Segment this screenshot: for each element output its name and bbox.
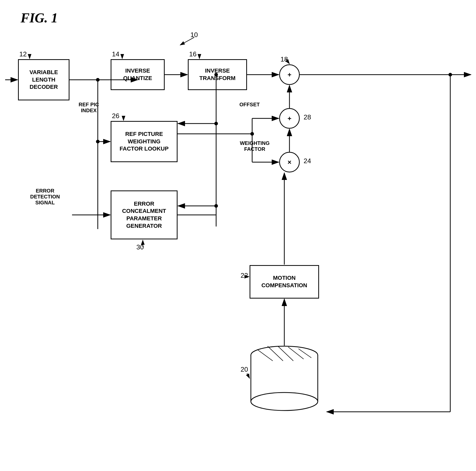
ref-pic-weighting-label: REF PICTURE WEIGHTING FACTOR LOOKUP xyxy=(120,130,169,153)
inv-transform-block: INVERSE TRANSFORM xyxy=(188,59,247,90)
svg-line-39 xyxy=(257,350,273,361)
svg-point-34 xyxy=(251,346,318,364)
ref-22: 22 xyxy=(241,272,248,280)
svg-point-10 xyxy=(448,73,452,76)
adder-main-label: + xyxy=(287,71,291,79)
multiplier: × xyxy=(279,152,300,172)
ref-28: 28 xyxy=(304,113,311,121)
svg-point-21 xyxy=(214,122,218,125)
figure-title: FIG. 1 xyxy=(21,10,58,25)
diagram-container: FIG. 1 10 VARIABLE LENGTH DECODER 12 INV… xyxy=(0,0,476,471)
svg-point-6 xyxy=(96,78,100,82)
ref-20: 20 xyxy=(241,365,248,373)
weighting-factor-label: WEIGHTINGFACTOR xyxy=(233,140,277,152)
svg-point-23 xyxy=(214,204,218,208)
inv-quantize-block: INVERSE QUANTIZE xyxy=(111,59,165,90)
error-concealment-label: ERROR CONCEALMENT PARAMETER GENERATOR xyxy=(122,200,166,230)
ref-26: 26 xyxy=(112,112,119,120)
ref-pic-weighting-block: REF PICTURE WEIGHTING FACTOR LOOKUP xyxy=(111,121,178,162)
error-concealment-block: ERROR CONCEALMENT PARAMETER GENERATOR xyxy=(111,190,178,239)
adder-offset: + xyxy=(279,108,300,129)
svg-point-15 xyxy=(96,140,100,143)
ref-12: 12 xyxy=(19,50,27,58)
motion-compensation-block: MOTION COMPENSATION xyxy=(250,265,319,299)
motion-compensation-label: MOTION COMPENSATION xyxy=(261,274,307,289)
ref-24: 24 xyxy=(304,157,311,165)
adder-main: + xyxy=(279,64,300,85)
multiplier-label: × xyxy=(287,158,291,166)
svg-line-41 xyxy=(278,346,293,361)
ref-10: 10 xyxy=(190,31,198,39)
offset-label: OFFSET xyxy=(233,102,266,108)
inv-quantize-label: INVERSE QUANTIZE xyxy=(123,67,152,82)
svg-point-27 xyxy=(250,132,254,136)
ref-16: 16 xyxy=(189,50,197,58)
svg-line-43 xyxy=(298,349,311,358)
vld-label: VARIABLE LENGTH DECODER xyxy=(30,69,58,91)
ref-14: 14 xyxy=(112,50,119,58)
svg-line-52 xyxy=(247,373,250,378)
ref-pic-index-label: REF PICINDEX xyxy=(68,102,109,114)
ref-pic-stores-text: REFERENCEPICTURESTORES xyxy=(250,389,316,409)
ref-18: 18 xyxy=(280,55,288,63)
ref-30: 30 xyxy=(136,243,144,251)
svg-line-42 xyxy=(288,347,304,359)
vld-block: VARIABLE LENGTH DECODER xyxy=(18,59,69,100)
adder-offset-label: + xyxy=(287,115,291,123)
svg-line-40 xyxy=(268,346,283,361)
inv-transform-label: INVERSE TRANSFORM xyxy=(199,67,236,82)
error-detection-signal-label: ERRORDETECTIONSIGNAL xyxy=(21,188,69,206)
